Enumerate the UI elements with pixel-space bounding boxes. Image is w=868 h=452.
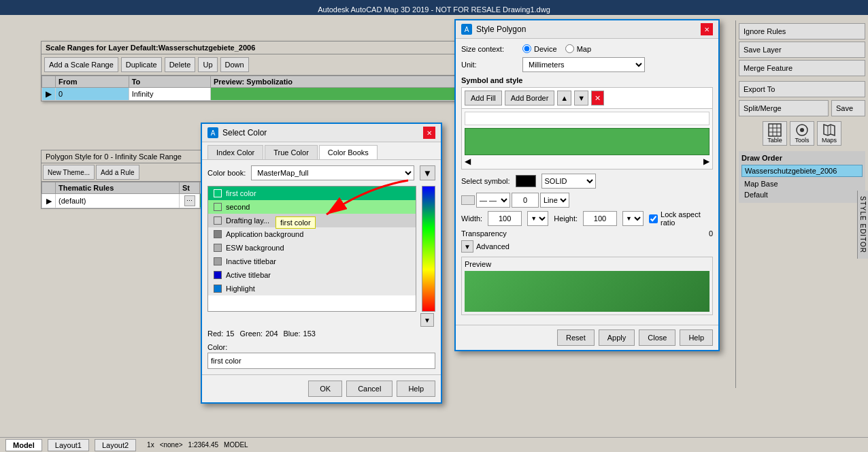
color-swatch-drafting [214, 216, 222, 225]
color-book-dropdown-btn[interactable]: ▼ [420, 165, 435, 180]
add-fill-button[interactable]: Add Fill [465, 91, 502, 106]
width-unit-select[interactable]: ▼ [527, 211, 548, 226]
lock-aspect-checkbox[interactable] [649, 214, 658, 223]
sc-help-button[interactable]: Help [397, 381, 435, 397]
gradient-down-btn[interactable]: ▼ [420, 313, 434, 327]
col-to: To [129, 76, 210, 88]
list-item[interactable]: Active titlebar [208, 268, 416, 282]
color-swatch-first [214, 189, 222, 197]
height-input[interactable] [583, 211, 617, 226]
remove-button[interactable]: ✕ [591, 91, 604, 106]
line-width-input[interactable] [512, 193, 539, 208]
default-sublabel: Default [741, 189, 863, 200]
list-item[interactable]: ESW background [208, 241, 416, 255]
list-item[interactable]: Inactive titlebar [208, 255, 416, 268]
tools-icon-button[interactable]: Tools [790, 121, 814, 146]
scroll-right-icon[interactable]: ▶ [703, 157, 710, 166]
close-button[interactable]: Close [639, 329, 675, 346]
line-type-select[interactable]: Line [540, 193, 569, 208]
color-input-label: Color: [207, 343, 435, 351]
list-item[interactable]: Application background [208, 227, 416, 241]
new-theme-button[interactable]: New Theme... [43, 165, 95, 180]
table-row[interactable]: ▶ 0 Infinity [42, 88, 462, 101]
rule-options-button[interactable]: ⋯ [184, 195, 195, 206]
style-polygon-buttons: Reset Apply Close Help [456, 325, 718, 350]
up-button[interactable]: Up [198, 57, 217, 72]
color-swatch-appbg [214, 230, 222, 238]
move-up-button[interactable]: ▲ [557, 91, 571, 106]
select-color-buttons: OK Cancel Help [202, 374, 441, 402]
split-merge-button[interactable]: Split/Merge [739, 100, 829, 116]
color-name-appbg: Application background [226, 230, 303, 238]
tab-true-color[interactable]: True Color [265, 145, 318, 159]
down-button[interactable]: Down [220, 57, 249, 72]
move-down-button[interactable]: ▼ [574, 91, 588, 106]
add-scale-range-button[interactable]: Add a Scale Range [44, 57, 118, 72]
delete-button[interactable]: Delete [165, 57, 196, 72]
line-color-btn[interactable] [461, 195, 475, 205]
unit-row: Unit: Millimeters [461, 57, 713, 72]
table-icon [768, 123, 782, 137]
scroll-left-icon[interactable]: ◀ [465, 157, 471, 166]
device-label: Device [534, 45, 557, 53]
select-color-close-icon[interactable]: ✕ [423, 127, 435, 139]
tab-index-color[interactable]: Index Color [207, 145, 263, 159]
ignore-rules-button[interactable]: Ignore Rules [739, 23, 865, 39]
table-icon-button[interactable]: Table [763, 121, 787, 146]
color-name-input[interactable] [207, 353, 435, 369]
width-input[interactable] [488, 211, 522, 226]
layout1-tab[interactable]: Layout1 [48, 439, 89, 451]
add-border-button[interactable]: Add Border [505, 91, 555, 106]
device-radio[interactable] [522, 44, 531, 53]
list-item[interactable]: Highlight [208, 282, 416, 295]
scale-ranges-panel: Scale Ranges for Layer Default:Wassersch… [41, 41, 463, 101]
select-color-tabs: Index Color True Color Color Books [202, 142, 441, 160]
symbol-style-section-label: Symbol and style [461, 76, 713, 84]
color-gradient-bar[interactable] [422, 186, 435, 312]
size-context-label: Size context: [461, 45, 522, 53]
style-polygon-dialog-titlebar: A Style Polygon ✕ [456, 20, 718, 39]
advanced-expand-button[interactable]: ▼ [461, 240, 473, 253]
ok-button[interactable]: OK [308, 381, 342, 397]
unit-select[interactable]: Millimeters [522, 57, 645, 72]
help-button[interactable]: Help [680, 329, 713, 346]
color-name-inactive: Inactive titlebar [226, 257, 276, 265]
color-values-row: Red: 15 Green: 204 Blue: 153 [207, 329, 435, 338]
export-to-button[interactable]: Export To [739, 81, 865, 97]
map-radio-option[interactable]: Map [565, 44, 591, 53]
cancel-button[interactable]: Cancel [346, 381, 393, 397]
symbol-color-swatch[interactable] [516, 175, 536, 187]
merge-feature-button[interactable]: Merge Feature [739, 60, 865, 76]
save-button[interactable]: Save [831, 100, 865, 116]
tab-color-books[interactable]: Color Books [319, 145, 378, 159]
duplicate-button[interactable]: Duplicate [121, 57, 162, 72]
map-radio[interactable] [565, 44, 574, 53]
style-polygon-close-icon[interactable]: ✕ [701, 23, 713, 35]
thematic-rules-label: Polygon Style for 0 - Infinity Scale Ran… [46, 152, 182, 161]
save-layer-button[interactable]: Save Layer [739, 42, 865, 58]
width-label: Width: [461, 214, 482, 223]
layout2-tab[interactable]: Layout2 [95, 439, 136, 451]
default-rule-label: (default) [56, 194, 180, 208]
model-tab[interactable]: Model [5, 439, 42, 451]
apply-button[interactable]: Apply [599, 329, 635, 346]
scale-indicator: 1:2364.45 [188, 441, 219, 449]
height-unit-select[interactable]: ▼ [622, 211, 644, 226]
select-color-title-icon: A [207, 127, 218, 138]
maps-icon-button[interactable]: Maps [817, 121, 841, 146]
col-from: From [56, 76, 129, 88]
reset-button[interactable]: Reset [557, 329, 595, 346]
lock-aspect-text: Lock aspect ratio [661, 210, 713, 227]
color-name-active: Active titlebar [226, 271, 271, 279]
tooltip: first color [276, 216, 316, 229]
select-color-title: Select Color [222, 128, 267, 138]
red-label: Red: [207, 329, 223, 338]
add-rule-button[interactable]: Add a Rule [96, 165, 139, 180]
preview-section: Preview [461, 257, 713, 315]
blue-value-item: Blue: 153 [284, 329, 316, 338]
device-radio-option[interactable]: Device [522, 44, 557, 53]
red-arrow-path [327, 180, 408, 214]
solid-select[interactable]: SOLID [541, 174, 596, 189]
line-style-select[interactable]: — — [476, 193, 510, 208]
lock-aspect-label[interactable]: Lock aspect ratio [649, 210, 713, 227]
